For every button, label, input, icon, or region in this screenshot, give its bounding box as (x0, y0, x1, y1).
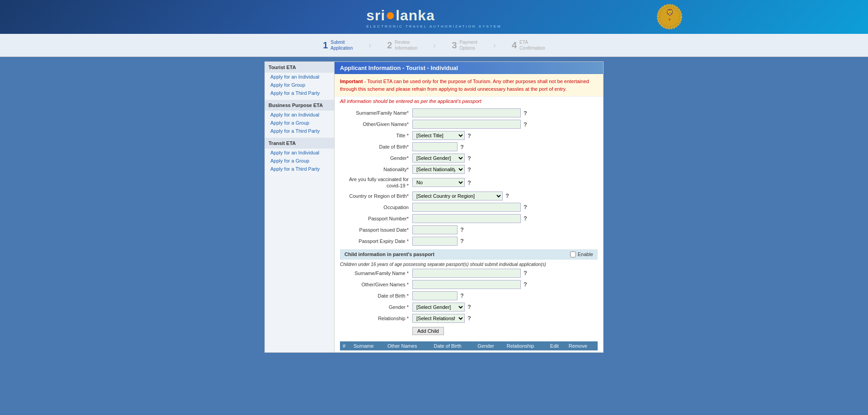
help-child-gender[interactable]: ? (467, 303, 471, 310)
help-gender[interactable]: ? (467, 155, 471, 162)
child-enable-checkbox[interactable] (570, 252, 576, 257)
help-surname[interactable]: ? (524, 110, 527, 117)
help-passport-issued[interactable]: ? (460, 226, 464, 233)
help-title[interactable]: ? (467, 132, 471, 139)
label-gender: Gender* (340, 155, 412, 161)
step-2-num: 2 (387, 41, 392, 50)
help-child-relationship[interactable]: ? (467, 315, 471, 322)
label-surname: Surname/Family Name* (340, 110, 412, 116)
row-dob: Date of Birth* ? (340, 142, 598, 151)
step-1-label: Submit Application (330, 39, 353, 51)
row-country-birth: Country or Region of Birth* [Select Coun… (340, 191, 598, 201)
label-passport-number: Passport Number* (340, 216, 412, 221)
input-surname[interactable] (412, 108, 521, 117)
help-occupation[interactable]: ? (524, 204, 527, 210)
select-child-gender[interactable]: [Select Gender] Male Female (412, 303, 465, 312)
label-passport-issued: Passport Issued Date* (340, 227, 412, 233)
select-country-birth[interactable]: [Select Country or Region] (412, 191, 503, 201)
input-passport-number[interactable] (412, 214, 521, 223)
sidebar-business-third-party[interactable]: Apply for a Third Party (265, 127, 334, 135)
input-child-dob[interactable] (412, 291, 458, 300)
help-country-birth[interactable]: ? (505, 192, 509, 199)
step-2-label: Review Information (395, 39, 417, 51)
sidebar-transit-individual[interactable]: Apply for an Individual (265, 149, 334, 157)
row-surname: Surname/Family Name* ? (340, 108, 598, 117)
step-4-num: 4 (512, 41, 517, 50)
steps-bar: 1 Submit Application › 2 Review Informat… (0, 34, 868, 57)
row-gender: Gender* [Select Gender] Male Female ? (340, 154, 598, 163)
row-child-dob: Date of Birth * ? (340, 291, 598, 300)
label-country-birth: Country or Region of Birth* (340, 193, 412, 199)
col-gender: Gender (475, 341, 504, 350)
label-dob: Date of Birth* (340, 144, 412, 149)
help-passport-expiry[interactable]: ? (460, 238, 464, 244)
col-relationship: Relationship (504, 341, 547, 350)
row-title: Title * [Select Title] Mr Mrs Ms Dr ? (340, 131, 598, 140)
input-passport-issued[interactable] (412, 225, 458, 234)
logo-container: sri●lanka ELECTRONIC TRAVEL AUTHORIZATIO… (366, 5, 502, 28)
help-dob[interactable]: ? (460, 144, 464, 150)
help-nationality[interactable]: ? (467, 166, 471, 173)
sidebar-tourist-group[interactable]: Apply for Group (265, 81, 334, 89)
page-wrapper: sri●lanka ELECTRONIC TRAVEL AUTHORIZATIO… (0, 0, 868, 415)
help-passport-number[interactable]: ? (524, 215, 527, 222)
help-child-given-names[interactable]: ? (524, 281, 527, 288)
step-divider-1: › (366, 41, 373, 50)
content-title: Applicant Information - Tourist - Indivi… (335, 62, 603, 74)
sidebar-business-eta-title: Business Purpose ETA (265, 100, 334, 111)
main-layout: Tourist ETA Apply for an Individual Appl… (264, 61, 604, 353)
sidebar-business-individual[interactable]: Apply for an Individual (265, 111, 334, 119)
row-given-names: Other/Given Names* ? (340, 120, 598, 129)
sidebar-transit-group[interactable]: Apply for a Group (265, 157, 334, 165)
input-child-surname[interactable] (412, 269, 521, 278)
input-occupation[interactable] (412, 203, 521, 212)
logo-text: sri●lanka (366, 5, 502, 24)
label-child-gender: Gender * (340, 304, 412, 310)
step-3-num: 3 (452, 41, 457, 50)
header-logo: sri●lanka ELECTRONIC TRAVEL AUTHORIZATIO… (366, 5, 502, 28)
input-dob[interactable] (412, 142, 458, 151)
row-passport-issued: Passport Issued Date* ? (340, 225, 598, 234)
step-2: 2 Review Information (373, 37, 431, 53)
add-child-button[interactable]: Add Child (412, 327, 444, 335)
input-passport-expiry[interactable] (412, 237, 458, 246)
help-given-names[interactable]: ? (524, 121, 527, 128)
select-nationality[interactable]: [Select Nationality] (412, 165, 465, 174)
select-covid[interactable]: No Yes (412, 178, 465, 187)
step-divider-3: › (491, 41, 498, 50)
help-child-surname[interactable]: ? (524, 270, 527, 276)
svg-text:⚜: ⚜ (668, 18, 671, 21)
label-occupation: Occupation (340, 205, 412, 210)
header: sri●lanka ELECTRONIC TRAVEL AUTHORIZATIO… (0, 0, 868, 34)
sidebar-business-group[interactable]: Apply for a Group (265, 119, 334, 127)
logo-subtitle: ELECTRONIC TRAVEL AUTHORIZATION SYSTEM (366, 24, 502, 28)
select-gender[interactable]: [Select Gender] Male Female (412, 154, 465, 163)
step-3: 3 Payment Options (438, 37, 491, 53)
input-given-names[interactable] (412, 120, 521, 129)
select-title[interactable]: [Select Title] Mr Mrs Ms Dr (412, 131, 465, 140)
sidebar: Tourist ETA Apply for an Individual Appl… (264, 61, 335, 353)
row-occupation: Occupation ? (340, 203, 598, 212)
col-hash: # (340, 341, 351, 350)
input-child-given-names[interactable] (412, 280, 521, 289)
row-nationality: Nationality* [Select Nationality] ? (340, 165, 598, 174)
col-other-names: Other Names (385, 341, 431, 350)
sidebar-tourist-third-party[interactable]: Apply for a Third Party (265, 89, 334, 97)
label-child-relationship: Relationship * (340, 316, 412, 321)
sidebar-tourist-individual[interactable]: Apply for an Individual (265, 73, 334, 81)
label-child-given-names: Other/Given Names * (340, 282, 412, 287)
select-child-relationship[interactable]: [Select Relationship] Son Daughter (412, 314, 465, 323)
col-surname: Surname (351, 341, 385, 350)
sidebar-transit-third-party[interactable]: Apply for a Third Party (265, 165, 334, 173)
row-child-surname: Surname/Family Name * ? (340, 269, 598, 278)
help-covid[interactable]: ? (467, 179, 471, 186)
help-child-dob[interactable]: ? (460, 292, 464, 299)
step-1: 1 Submit Application (309, 37, 366, 53)
sidebar-tourist-eta-title: Tourist ETA (265, 62, 334, 73)
sidebar-transit-eta-title: Transit ETA (265, 138, 334, 149)
col-dob: Date of Birth (431, 341, 475, 350)
emblem-icon: 🦁 ⚜ (656, 4, 683, 30)
child-section-title: Child information in parent's passport (344, 252, 434, 257)
child-table-header-row: # Surname Other Names Date of Birth Gend… (340, 341, 598, 350)
child-section-header: Child information in parent's passport E… (340, 249, 598, 260)
